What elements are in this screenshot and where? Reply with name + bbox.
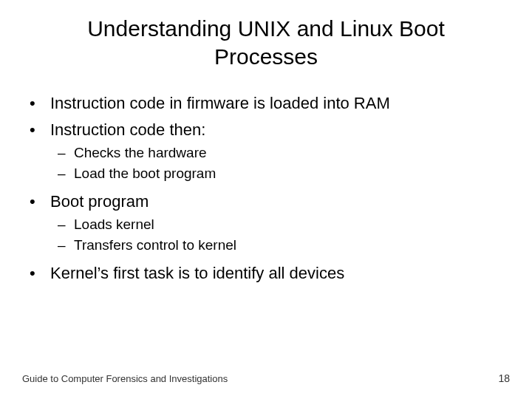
bullet-text: Load the boot program [74,166,216,181]
list-item: Loads kernel [58,215,510,234]
bullet-list: Instruction code in firmware is loaded i… [30,92,510,284]
bullet-text: Kernel’s first task is to identify all d… [50,264,344,282]
list-item: Instruction code in firmware is loaded i… [30,92,510,115]
sub-list: Checks the hardware Load the boot progra… [58,143,510,183]
list-item: Kernel’s first task is to identify all d… [30,262,510,284]
sub-list: Loads kernel Transfers control to kernel [58,215,510,254]
bullet-text: Boot program [50,192,149,211]
bullet-text: Instruction code then: [50,120,205,139]
footer-source: Guide to Computer Forensics and Investig… [22,373,228,384]
page-number: 18 [498,372,510,384]
bullet-text: Transfers control to kernel [74,237,236,253]
list-item: Load the boot program [58,164,510,183]
slide-title: Understanding UNIX and Linux Boot Proces… [37,15,495,70]
slide-footer: Guide to Computer Forensics and Investig… [22,372,510,384]
list-item: Boot program Loads kernel Transfers cont… [30,191,510,255]
list-item: Transfers control to kernel [58,236,510,255]
bullet-text: Instruction code in firmware is loaded i… [50,94,390,112]
slide-content: Instruction code in firmware is loaded i… [22,92,510,384]
bullet-text: Loads kernel [74,216,154,232]
list-item: Instruction code then: Checks the hardwa… [30,119,510,183]
slide: Understanding UNIX and Linux Boot Proces… [0,0,532,399]
bullet-text: Checks the hardware [74,145,207,160]
list-item: Checks the hardware [58,143,510,163]
